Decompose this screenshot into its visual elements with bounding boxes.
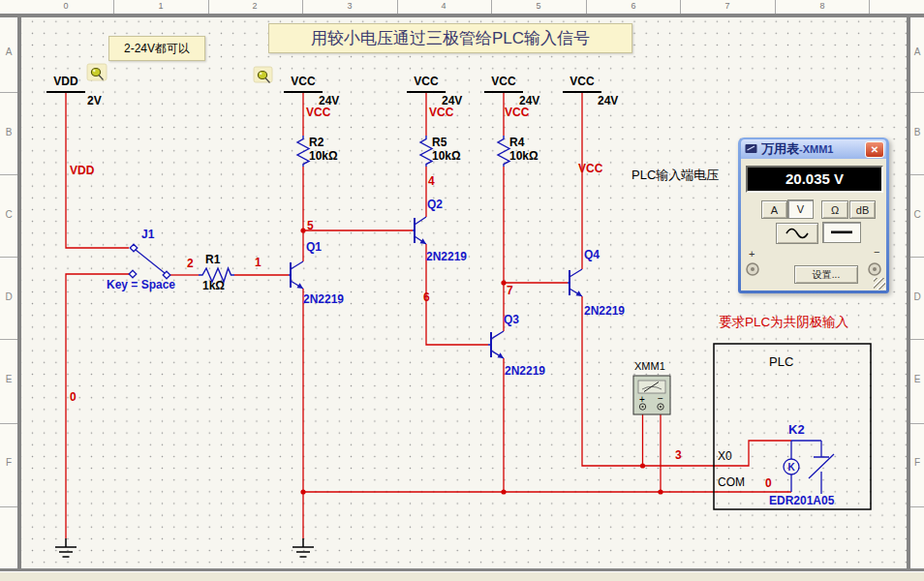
model-k2: EDR201A05: [769, 495, 834, 507]
annotation-note-title[interactable]: 用较小电压通过三极管给PLC输入信号: [268, 23, 632, 53]
resistor-r5[interactable]: [420, 136, 432, 167]
dc-line-icon: [830, 229, 853, 235]
model-q3: 2N2219: [505, 365, 545, 378]
dc-mode-button[interactable]: [822, 222, 861, 243]
minus-terminal-icon: [868, 262, 881, 276]
ref-q1: Q1: [306, 241, 322, 254]
mode-button-db[interactable]: dB: [849, 200, 876, 219]
value-r1: 1kΩ: [202, 280, 225, 292]
model-q4: 2N2219: [584, 305, 625, 318]
net-label-0: 0: [70, 391, 77, 404]
ref-r2: R2: [309, 137, 323, 149]
multimeter-reading: 20.035 V: [748, 168, 881, 191]
plus-terminal-icon: [746, 262, 759, 276]
value-r2: 10kΩ: [309, 150, 338, 163]
ground-mid[interactable]: [293, 538, 314, 557]
multimeter-body: 20.035 V A V Ω dB + −: [741, 159, 886, 290]
multimeter-title-id: -XMM1: [799, 143, 833, 155]
model-q2: 2N2219: [426, 251, 467, 263]
junction-dots: [300, 228, 662, 494]
net-label-7: 7: [507, 285, 513, 297]
switch-j1[interactable]: [129, 244, 170, 279]
multimeter-icon-xmm1[interactable]: + −: [633, 376, 670, 414]
vcc-rail-name: VCC: [491, 76, 515, 88]
ref-q2: Q2: [427, 199, 443, 211]
value-r5: 10kΩ: [432, 150, 461, 163]
transistor-q2[interactable]: [413, 217, 426, 244]
wire-ground-branch[interactable]: [66, 274, 129, 538]
mode-button-volts[interactable]: V: [787, 199, 814, 219]
net-label-6: 6: [423, 291, 430, 304]
transistor-q4[interactable]: [568, 269, 582, 296]
ac-mode-button[interactable]: [776, 223, 818, 244]
note-text: 2-24V都可以: [124, 41, 190, 57]
sine-wave-icon: [785, 228, 810, 239]
multimeter-title: 万用表: [761, 140, 799, 158]
transistor-q3[interactable]: [488, 331, 504, 358]
mode-button-amps[interactable]: A: [761, 200, 787, 219]
settings-button[interactable]: 设置...: [794, 265, 858, 284]
vcc-rail-name: VCC: [291, 76, 315, 88]
j1-key-label: Key = Space: [107, 279, 175, 291]
vcc-rail-name: VCC: [414, 76, 438, 88]
resistor-r2[interactable]: [297, 136, 309, 167]
multimeter-display: 20.035 V: [746, 166, 883, 193]
plc-terminal-x0: X0: [718, 450, 732, 463]
xmm-minus-mark: −: [658, 393, 663, 404]
net-label-2: 2: [187, 258, 194, 270]
net-label-0-plc: 0: [765, 477, 772, 490]
ground-left[interactable]: [55, 538, 77, 557]
plc-voltage-caption: PLC输入端电压: [631, 168, 719, 182]
model-q1: 2N2219: [303, 293, 344, 306]
ground-symbols[interactable]: [55, 538, 314, 557]
vdd-rail-value: 2V: [87, 95, 102, 107]
annotation-note-range[interactable]: 2-24V都可以: [108, 36, 205, 61]
pushpin-icon[interactable]: [254, 67, 272, 83]
plc-terminal-com: COM: [718, 476, 745, 489]
ref-k2: K2: [788, 423, 805, 437]
ref-xmm1: XMM1: [634, 360, 665, 372]
multimeter-title-bar[interactable]: 万用表 -XMM1 ✕: [741, 139, 886, 159]
net-label-vcc: VCC: [578, 163, 602, 175]
resize-grip[interactable]: [874, 278, 885, 290]
relay-k2[interactable]: K: [784, 441, 834, 494]
pushpin-icon[interactable]: [87, 64, 107, 80]
ref-q3: Q3: [504, 314, 519, 326]
minus-terminal-label: −: [874, 246, 879, 258]
plc-requirement-note: 要求PLC为共阴极输入: [719, 316, 848, 330]
vcc-rail-value: 24V: [598, 95, 618, 107]
vcc-rail-name: VCC: [570, 76, 594, 88]
net-label-vcc: VCC: [306, 107, 330, 119]
net-label-vcc: VCC: [429, 107, 453, 119]
net-label-5: 5: [307, 220, 314, 232]
plc-label: PLC: [769, 355, 793, 369]
net-label-vcc: VCC: [505, 107, 529, 119]
ref-r5: R5: [432, 137, 447, 149]
multimeter-window-xmm1[interactable]: 万用表 -XMM1 ✕ 20.035 V A V Ω dB + −: [738, 138, 889, 293]
multisim-workspace: 0 1 2 3 4 5 6 7 8 A B C D E F A B C D: [0, 0, 924, 581]
net-label-4: 4: [428, 175, 435, 188]
note-text: 用较小电压通过三极管给PLC输入信号: [311, 27, 590, 49]
net-label-vdd: VDD: [70, 165, 94, 177]
transistor-q1[interactable]: [289, 261, 303, 289]
ref-q4: Q4: [584, 249, 600, 261]
relay-coil-letter: K: [787, 462, 795, 473]
close-icon[interactable]: ✕: [865, 141, 884, 158]
ref-r1: R1: [205, 254, 220, 266]
plus-terminal-label: +: [749, 248, 755, 260]
net-label-1: 1: [255, 257, 262, 269]
resistor-r4[interactable]: [498, 136, 509, 167]
mode-button-ohms[interactable]: Ω: [821, 200, 848, 219]
value-r4: 10kΩ: [509, 150, 539, 163]
multimeter-window-icon: [745, 143, 757, 155]
vdd-rail-name: VDD: [53, 76, 77, 88]
net-label-3: 3: [675, 449, 682, 462]
ref-j1: J1: [141, 229, 154, 241]
ref-r4: R4: [509, 137, 524, 149]
